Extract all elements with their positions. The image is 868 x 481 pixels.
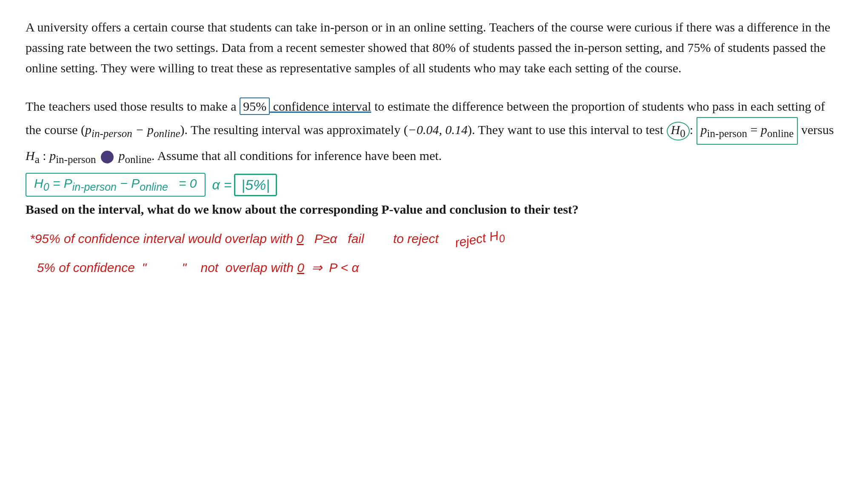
h0-circled: H0 [667,122,690,140]
confidence-interval-label: confidence interval [270,99,371,113]
neq-ponline: ponline [115,149,151,163]
paragraph-2-part6: . Assume that all conditions for inferen… [151,149,442,163]
bold-question-text: Based on the interval, what do we know a… [26,202,579,216]
answer-line-1: *95% of confidence interval would overla… [30,226,842,253]
zero-underlined-1: 0 [297,232,304,246]
handwriting-h0-row: H0 = Pin-person − Ponline = 0 α = |5%| [26,173,842,197]
colon: : [690,123,693,137]
handwriting-h0-boxed: H0 = Pin-person − Ponline = 0 [26,173,206,197]
handwriting-answer: *95% of confidence interval would overla… [30,226,842,280]
paragraph-2: The teachers used those results to make … [26,95,842,169]
confidence-level-highlight: 95% [240,97,270,115]
purple-dot [101,151,114,163]
alpha-display: α = |5%| [212,174,277,196]
reject-h0: reject H0 [453,222,507,257]
math-notation-proportions: pin-person − ponline [85,123,180,137]
fail-to-reject: to reject [393,226,439,251]
main-content: A university offers a certain course tha… [26,17,842,280]
bold-question: Based on the interval, what do we know a… [26,199,842,220]
zero-underlined-2: 0 [297,261,304,275]
paragraph-1: A university offers a certain course tha… [26,17,842,78]
answer-line-2: 5% of confidence " " not overlap with 0 … [30,255,842,280]
alpha-text: α = [212,177,232,193]
h0-equation-boxed: pin-person = ponline [697,117,798,145]
paragraph-1-text: A university offers a certain course tha… [26,20,830,75]
paragraph-2-part4: ). The resulting interval was approximat… [180,123,408,137]
alpha-value-box: |5%| [234,174,277,196]
paragraph-2-part1: The teachers used those results to make … [26,99,240,113]
interval-values: −0.04, 0.14 [408,123,468,137]
paragraph-2-part5: ). They want to use this interval to tes… [468,123,667,137]
